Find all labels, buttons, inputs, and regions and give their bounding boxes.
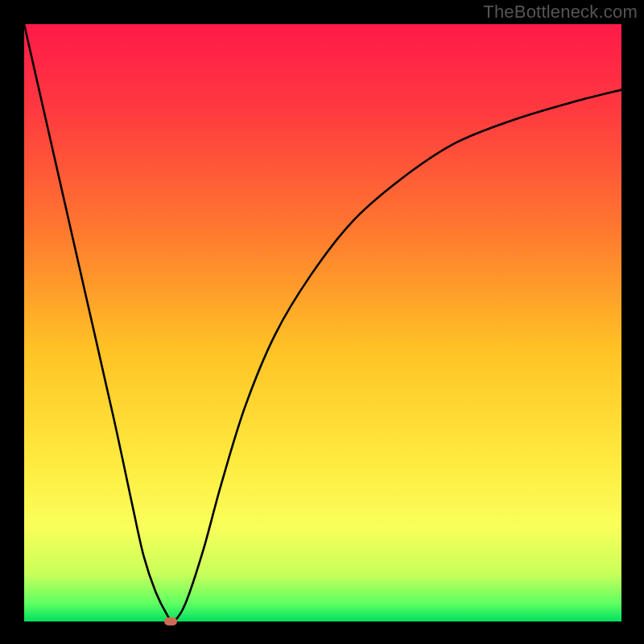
chart-svg [24,24,621,621]
watermark-text: TheBottleneck.com [483,2,638,23]
vertex-marker [164,617,177,625]
chart-frame: TheBottleneck.com [0,0,644,644]
plot-area [24,24,621,621]
